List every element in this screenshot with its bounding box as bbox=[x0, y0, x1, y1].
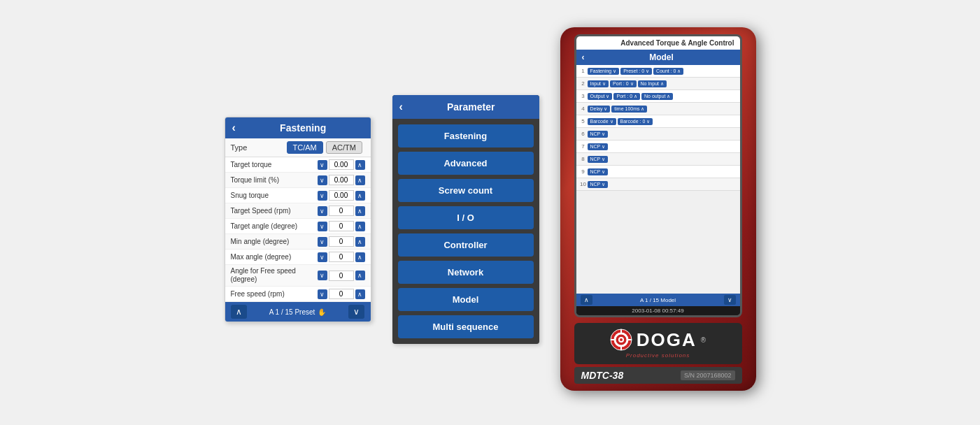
device-chip[interactable]: Delay ∨ bbox=[588, 106, 611, 113]
param-row: Target Speed (rpm) ∨ 0 ∧ bbox=[225, 203, 371, 219]
param-control: ∨ 0 ∧ bbox=[318, 236, 365, 247]
row-number: 5 bbox=[579, 118, 588, 124]
device-chip[interactable]: Barcode ∨ bbox=[588, 118, 616, 125]
row-content: NCP ∨ bbox=[588, 181, 737, 188]
param-decrement-button[interactable]: ∨ bbox=[318, 271, 327, 280]
device-chip[interactable]: Output ∨ bbox=[588, 93, 613, 100]
row-content: NCP ∨ bbox=[588, 156, 737, 163]
param-increment-button[interactable]: ∧ bbox=[355, 252, 365, 262]
doga-brand-text: DOGA bbox=[637, 329, 697, 351]
row-content: NCP ∨ bbox=[588, 143, 737, 150]
param-increment-button[interactable]: ∧ bbox=[355, 206, 365, 216]
row-number: 8 bbox=[579, 156, 588, 162]
param-increment-button[interactable]: ∧ bbox=[355, 191, 365, 201]
parameter-menu-item[interactable]: Multi sequence bbox=[398, 315, 534, 338]
param-control: ∨ 0 ∧ bbox=[318, 206, 365, 216]
parameter-back-button[interactable]: ‹ bbox=[399, 101, 403, 113]
parameter-menu-item[interactable]: Advanced bbox=[398, 152, 534, 175]
param-label: Angle for Free speed (degree) bbox=[231, 267, 318, 284]
fastening-footer: ∧ A 1 / 15 Preset ✋ ∨ bbox=[225, 302, 371, 322]
row-content: Barcode ∨Barcode : 0 ∨ bbox=[588, 118, 737, 125]
device-table: 1Fastening ∨Preset : 0 ∨Count : 0 ∧2Inpu… bbox=[576, 65, 740, 294]
device-container: Advanced Torque & Angle Control ‹ Model … bbox=[560, 27, 756, 391]
row-content: Fastening ∨Preset : 0 ∨Count : 0 ∧ bbox=[588, 68, 737, 75]
fastening-back-button[interactable]: ‹ bbox=[232, 122, 236, 134]
device-serial: S/N 2007168002 bbox=[681, 370, 735, 380]
param-label: Snug torque bbox=[231, 192, 318, 200]
device-chip[interactable]: No Input ∧ bbox=[638, 80, 667, 87]
param-decrement-button[interactable]: ∨ bbox=[318, 206, 327, 216]
row-content: Input ∨Port : 0 ∨No Input ∧ bbox=[588, 80, 737, 87]
fastening-title: Fastening bbox=[243, 122, 364, 134]
row-content: NCP ∨ bbox=[588, 131, 737, 138]
param-decrement-button[interactable]: ∨ bbox=[318, 289, 327, 299]
parameter-menu-list: FasteningAdvancedScrew countI / OControl… bbox=[392, 119, 539, 344]
param-decrement-button[interactable]: ∨ bbox=[318, 222, 327, 231]
device-next-button[interactable]: ∨ bbox=[724, 295, 736, 305]
device-chip[interactable]: No output ∧ bbox=[641, 93, 673, 100]
param-increment-button[interactable]: ∧ bbox=[355, 160, 365, 170]
fastening-panel: ‹ Fastening Type TC/AM AC/TM Target torq… bbox=[225, 117, 371, 322]
device-table-row: 10NCP ∨ bbox=[576, 178, 740, 191]
device-model-name: MDTC-38 bbox=[581, 370, 624, 381]
param-control: ∨ 0.00 ∧ bbox=[318, 190, 365, 201]
footer-prev-button[interactable]: ∧ bbox=[231, 305, 247, 319]
parameter-menu-item[interactable]: I / O bbox=[398, 206, 534, 229]
param-increment-button[interactable]: ∧ bbox=[355, 289, 365, 299]
param-decrement-button[interactable]: ∨ bbox=[318, 191, 327, 201]
device-prev-button[interactable]: ∧ bbox=[581, 295, 592, 305]
device-chip[interactable]: Preset : 0 ∨ bbox=[620, 68, 652, 75]
param-row: Snug torque ∨ 0.00 ∧ bbox=[225, 188, 371, 203]
type-row: Type TC/AM AC/TM bbox=[225, 138, 371, 157]
device-table-row: 8NCP ∨ bbox=[576, 153, 740, 166]
param-value: 0.00 bbox=[329, 190, 354, 201]
type-buttons: TC/AM AC/TM bbox=[287, 141, 362, 154]
type-actm-button[interactable]: AC/TM bbox=[326, 141, 362, 154]
param-decrement-button[interactable]: ∨ bbox=[318, 175, 327, 185]
parameter-menu-item[interactable]: Model bbox=[398, 288, 534, 311]
device-chip[interactable]: NCP ∨ bbox=[588, 131, 609, 138]
doga-emblem-icon bbox=[610, 329, 632, 351]
param-decrement-button[interactable]: ∨ bbox=[318, 160, 327, 170]
parameter-menu-item[interactable]: Screw count bbox=[398, 179, 534, 202]
device-chip[interactable]: NCP ∨ bbox=[588, 143, 609, 150]
device-table-row: 7NCP ∨ bbox=[576, 141, 740, 153]
device-chip[interactable]: Port : 0 ∨ bbox=[610, 80, 637, 87]
type-tcam-button[interactable]: TC/AM bbox=[287, 141, 323, 154]
device-chip[interactable]: Barcode : 0 ∨ bbox=[618, 118, 653, 125]
param-increment-button[interactable]: ∧ bbox=[355, 175, 365, 185]
device-chip[interactable]: Input ∨ bbox=[588, 80, 609, 87]
device-chip[interactable]: Port : 0 ∧ bbox=[613, 93, 640, 100]
param-value: 0 bbox=[329, 221, 354, 231]
parameter-menu-item[interactable]: Network bbox=[398, 261, 534, 284]
row-number: 9 bbox=[579, 168, 588, 175]
row-number: 6 bbox=[579, 131, 588, 137]
device-chip[interactable]: time 100ms ∧ bbox=[611, 106, 647, 113]
param-increment-button[interactable]: ∧ bbox=[355, 271, 365, 280]
parameter-header: ‹ Parameter bbox=[392, 95, 539, 119]
param-increment-button[interactable]: ∧ bbox=[355, 222, 365, 231]
footer-next-button[interactable]: ∨ bbox=[348, 305, 364, 319]
device-screen-title: Model bbox=[589, 52, 734, 62]
param-decrement-button[interactable]: ∨ bbox=[318, 237, 327, 247]
param-row: Torque limit (%) ∨ 0.00 ∧ bbox=[225, 173, 371, 188]
device-chip[interactable]: NCP ∨ bbox=[588, 168, 609, 175]
parameter-menu-item[interactable]: Fastening bbox=[398, 124, 534, 147]
device-chip[interactable]: NCP ∨ bbox=[588, 156, 609, 163]
param-value: 0 bbox=[329, 252, 354, 262]
parameter-menu-item[interactable]: Controller bbox=[398, 233, 534, 257]
param-row: Angle for Free speed (degree) ∨ 0 ∧ bbox=[225, 265, 371, 287]
param-decrement-button[interactable]: ∨ bbox=[318, 252, 327, 262]
row-content: NCP ∨ bbox=[588, 168, 737, 175]
device-chip[interactable]: Count : 0 ∧ bbox=[653, 68, 683, 75]
param-increment-button[interactable]: ∧ bbox=[355, 237, 365, 247]
device-chip[interactable]: NCP ∨ bbox=[588, 181, 609, 188]
param-label: Torque limit (%) bbox=[231, 176, 318, 185]
row-content: Output ∨Port : 0 ∧No output ∧ bbox=[588, 93, 737, 100]
row-number: 1 bbox=[579, 68, 588, 74]
type-label: Type bbox=[231, 143, 287, 152]
param-control: ∨ 0 ∧ bbox=[318, 221, 365, 231]
device-chip[interactable]: Fastening ∨ bbox=[588, 68, 620, 75]
param-control: ∨ 0 ∧ bbox=[318, 271, 365, 281]
device-back-button[interactable]: ‹ bbox=[582, 52, 585, 62]
